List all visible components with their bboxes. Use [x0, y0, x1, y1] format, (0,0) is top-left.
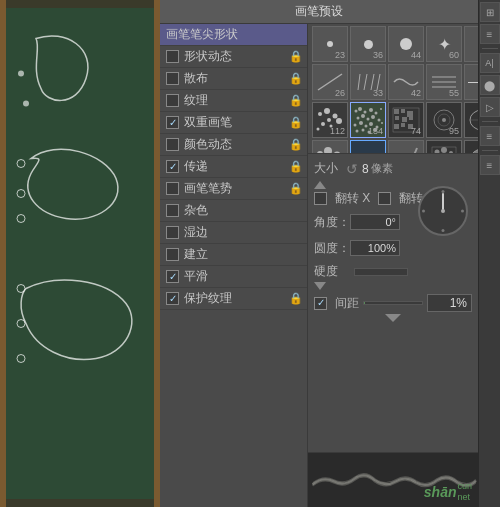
lock-shape-dynamics: 🔒 — [289, 50, 303, 63]
brush-item-2[interactable]: 36 — [350, 26, 386, 62]
option-smoothing[interactable]: 平滑 — [160, 266, 307, 288]
checkbox-transfer[interactable] — [166, 160, 179, 173]
roundness-input[interactable] — [350, 240, 400, 256]
checkbox-color-dynamics[interactable] — [166, 138, 179, 151]
compass-right-dot — [461, 210, 464, 213]
lock-scatter: 🔒 — [289, 72, 303, 85]
checkbox-scatter[interactable] — [166, 72, 179, 85]
checkbox-noise[interactable] — [166, 204, 179, 217]
checkbox-protect-texture[interactable] — [166, 292, 179, 305]
size-arrow-down[interactable] — [314, 282, 472, 290]
toolbar-divider-1 — [482, 48, 498, 49]
arrow-down-icon[interactable] — [314, 282, 326, 290]
watermark-main: shān — [424, 484, 457, 500]
brush-item-15[interactable]: 95 — [464, 102, 478, 138]
checkbox-smoothing[interactable] — [166, 270, 179, 283]
arrow-up-icon[interactable] — [314, 181, 326, 189]
svg-point-30 — [357, 117, 360, 120]
checkbox-spacing[interactable] — [314, 297, 327, 310]
toolbar-btn-menu2[interactable]: ≡ — [480, 155, 500, 175]
svg-point-17 — [324, 108, 330, 114]
checkbox-flip-x[interactable] — [314, 192, 327, 205]
size-refresh-btn[interactable]: ↺ — [346, 161, 358, 177]
svg-rect-52 — [394, 124, 399, 129]
brush-item-4[interactable]: ✦ 60 — [426, 26, 462, 62]
checkbox-shape-dynamics[interactable] — [166, 50, 179, 63]
compass-dial[interactable] — [418, 186, 468, 236]
brush-item-10[interactable]: 70 — [464, 64, 478, 100]
svg-point-33 — [371, 115, 375, 119]
roundness-row: 圆度： — [314, 237, 472, 259]
brush-item-5[interactable]: 14 — [464, 26, 478, 62]
checkbox-texture[interactable] — [166, 94, 179, 107]
angle-section: 翻转 X 翻转 Y — [314, 190, 472, 259]
compass-top-dot — [442, 190, 445, 193]
right-toolbar: ⊞ ≡ A| ⬤ ▷ ≡ ≡ — [478, 0, 500, 507]
bottom-arrow-icon[interactable] — [385, 314, 401, 322]
spacing-bar — [364, 302, 365, 304]
brush-item-3[interactable]: 44 — [388, 26, 424, 62]
toolbar-btn-grid[interactable]: ⊞ — [480, 2, 500, 22]
checkbox-dual-brush[interactable] — [166, 116, 179, 129]
toolbar-btn-play[interactable]: ▷ — [480, 97, 500, 117]
checkbox-brush-pose[interactable] — [166, 182, 179, 195]
brush-item-9[interactable]: 55 — [426, 64, 462, 100]
svg-point-40 — [381, 122, 383, 124]
svg-point-62 — [324, 147, 332, 154]
spacing-checkbox-wrap[interactable]: 间距 — [314, 295, 359, 312]
option-scatter[interactable]: 散布 🔒 — [160, 68, 307, 90]
option-wet-edges[interactable]: 湿边 — [160, 222, 307, 244]
svg-point-28 — [375, 112, 378, 115]
brush-item-14[interactable]: 95 — [426, 102, 462, 138]
brush-item-11[interactable]: 112 — [312, 102, 348, 138]
option-shape-dynamics[interactable]: 形状动态 🔒 — [160, 46, 307, 68]
brush-item-13[interactable]: 74 — [388, 102, 424, 138]
toolbar-btn-circle[interactable]: ⬤ — [480, 75, 500, 95]
checkbox-flip-y[interactable] — [378, 192, 391, 205]
lock-brush-pose: 🔒 — [289, 182, 303, 195]
svg-point-31 — [361, 114, 365, 118]
hardness-bar-wrap[interactable] — [354, 268, 408, 276]
spacing-bar-wrap[interactable] — [363, 301, 423, 305]
brush-item-17[interactable]: 36 — [350, 140, 386, 154]
flip-x-wrap[interactable]: 翻转 X — [314, 190, 370, 207]
option-texture[interactable]: 纹理 🔒 — [160, 90, 307, 112]
settings-area: 大小 ↺ 8 像素 翻转 X — [308, 154, 478, 452]
checkbox-build-up[interactable] — [166, 248, 179, 261]
angle-input[interactable] — [350, 214, 400, 230]
svg-point-36 — [359, 121, 363, 125]
option-transfer[interactable]: 传递 🔒 — [160, 156, 307, 178]
panel-body: 画笔笔尖形状 形状动态 🔒 散布 🔒 纹理 🔒 双重画笔 🔒 — [160, 24, 478, 507]
brush-item-16[interactable]: 90 — [312, 140, 348, 154]
brush-item-18[interactable]: 33 — [388, 140, 424, 154]
option-build-up[interactable]: 建立 — [160, 244, 307, 266]
compass-container[interactable] — [418, 186, 470, 238]
toolbar-btn-list[interactable]: ≡ — [480, 24, 500, 44]
brush-item-19[interactable]: 62 — [426, 140, 462, 154]
label-protect-texture: 保护纹理 — [184, 290, 287, 307]
option-dual-brush[interactable]: 双重画笔 🔒 — [160, 112, 307, 134]
label-scatter: 散布 — [184, 70, 287, 87]
watermark-sub2: net — [457, 492, 472, 503]
toolbar-btn-text[interactable]: A| — [480, 53, 500, 73]
option-protect-texture[interactable]: 保护纹理 🔒 — [160, 288, 307, 310]
option-noise[interactable]: 杂色 — [160, 200, 307, 222]
svg-point-26 — [364, 111, 367, 114]
option-color-dynamics[interactable]: 颜色动态 🔒 — [160, 134, 307, 156]
brush-item-8[interactable]: 42 — [388, 64, 424, 100]
option-brush-pose[interactable]: 画笔笔势 🔒 — [160, 178, 307, 200]
toolbar-divider-2 — [482, 121, 498, 122]
chalkboard-panel — [0, 0, 160, 507]
brush-grid: 23 36 44 ✦ 60 14 — [308, 24, 478, 154]
brush-item-12[interactable]: 134 — [350, 102, 386, 138]
brush-presets-label: 画笔预设 — [295, 4, 343, 18]
svg-point-4 — [17, 215, 25, 223]
checkbox-wet-edges[interactable] — [166, 226, 179, 239]
svg-point-18 — [333, 114, 338, 119]
brush-item-6[interactable]: 26 — [312, 64, 348, 100]
option-brush-tip-shape[interactable]: 画笔笔尖形状 — [160, 24, 307, 46]
brush-item-1[interactable]: 23 — [312, 26, 348, 62]
brush-item-20[interactable]: 66 — [464, 140, 478, 154]
toolbar-btn-menu1[interactable]: ≡ — [480, 126, 500, 146]
brush-item-7[interactable]: 33 — [350, 64, 386, 100]
